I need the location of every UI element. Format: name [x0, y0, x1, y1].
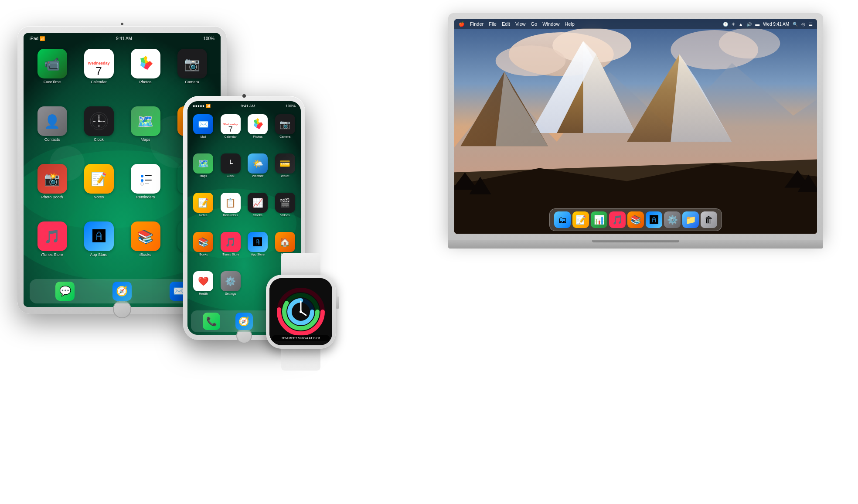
- spotlight-icon[interactable]: 🔍: [793, 22, 798, 27]
- svg-point-35: [98, 120, 100, 122]
- view-menu[interactable]: View: [515, 21, 526, 27]
- iphone-weather-icon: 🌤️: [248, 153, 268, 174]
- scene: 🍎 Finder File Edit View Go Window Help 🕐…: [0, 0, 858, 504]
- ipad-dock-safari[interactable]: 🧭: [112, 282, 132, 301]
- ipad-app-itunes[interactable]: 🎵 iTunes Store: [31, 221, 74, 276]
- iphone-app-settings[interactable]: ⚙️ Settings: [218, 271, 243, 308]
- iphone-app-calendar[interactable]: Wednesday 7 Calendar: [218, 114, 243, 151]
- ipad-app-photobooth[interactable]: 📸 Photo Booth: [31, 164, 74, 218]
- iphone-app-itunes[interactable]: 🎵 iTunes Store: [218, 232, 243, 269]
- file-menu[interactable]: File: [489, 21, 497, 27]
- watch-band-bottom: [281, 349, 320, 371]
- iphone-wallet-label: Wallet: [281, 174, 289, 177]
- ipad-photos-label: Photos: [139, 80, 151, 84]
- ipad-app-maps[interactable]: 🗺️ Maps: [124, 106, 167, 160]
- watch-band-top: [281, 253, 320, 275]
- svg-rect-38: [145, 175, 152, 176]
- iphone-videos-icon: 🎬: [275, 193, 295, 213]
- ipad-itunes-icon: 🎵: [37, 221, 67, 251]
- ipad-photos-icon: [131, 49, 160, 78]
- ipad-reminders-label: Reminders: [136, 195, 155, 199]
- iphone-dock-phone[interactable]: 📞: [203, 313, 220, 330]
- dock-ibooks[interactable]: 📚: [627, 211, 644, 228]
- ipad-calendar-label: Calendar: [91, 80, 107, 84]
- dock-notes[interactable]: 📝: [572, 211, 589, 228]
- time-icon: 🕐: [723, 22, 728, 27]
- iphone-calendar-icon: Wednesday 7: [221, 114, 241, 134]
- siri-icon[interactable]: ◎: [801, 22, 805, 27]
- dock-trash[interactable]: 🗑: [701, 211, 717, 228]
- dock-finder[interactable]: 🗂: [554, 211, 571, 228]
- svg-rect-42: [145, 183, 149, 184]
- iphone-app-photos[interactable]: Photos: [245, 114, 270, 151]
- iphone-photos-icon: [248, 114, 268, 134]
- ipad-reminders-icon: [131, 164, 160, 194]
- help-menu[interactable]: Help: [565, 21, 575, 27]
- iphone-app-reminders[interactable]: 📋 Reminders: [218, 193, 243, 229]
- iphone-app-notes[interactable]: 📝 Notes: [191, 193, 216, 229]
- dock-numbers[interactable]: 📊: [591, 211, 607, 228]
- ipad-app-notes[interactable]: 📝 Notes: [77, 164, 120, 218]
- ipad-app-appstore[interactable]: 🅰 App Store: [77, 221, 120, 276]
- iphone-camera-label: Camera: [279, 135, 290, 138]
- iphone-app-mail[interactable]: ✉️ Mail: [191, 114, 216, 151]
- edit-menu[interactable]: Edit: [502, 21, 510, 27]
- dock-itunes[interactable]: 🎵: [609, 211, 626, 228]
- ipad-app-contacts[interactable]: 👤 Contacts: [31, 106, 74, 160]
- window-menu[interactable]: Window: [542, 21, 559, 27]
- iphone-mail-label: Mail: [201, 135, 206, 138]
- svg-point-39: [141, 179, 143, 182]
- watch-notification: 2PM MEET SURYA AT GYM: [272, 335, 330, 341]
- ipad-notes-label: Notes: [94, 195, 104, 199]
- ipad-ibooks-icon: 📚: [131, 221, 160, 251]
- iphone-stocks-icon: 📈: [248, 193, 268, 213]
- iphone-camera-icon: 📷: [275, 114, 295, 134]
- iphone-app-stocks[interactable]: 📈 Stocks: [245, 193, 270, 229]
- watch-crown[interactable]: [336, 296, 339, 309]
- iphone-app-maps[interactable]: 🗺️ Maps: [191, 153, 216, 190]
- go-menu[interactable]: Go: [531, 21, 538, 27]
- iphone-app-clock[interactable]: Clock: [218, 153, 243, 190]
- apple-menu[interactable]: 🍎: [459, 21, 465, 27]
- finder-menu[interactable]: Finder: [470, 21, 483, 27]
- iphone-dock-safari[interactable]: 🧭: [235, 313, 253, 330]
- iphone-app-camera[interactable]: 📷 Camera: [273, 114, 298, 151]
- ipad-app-clock[interactable]: Clock: [77, 106, 120, 160]
- control-center-icon[interactable]: ☰: [809, 22, 813, 27]
- ipad-app-facetime[interactable]: 📹 FaceTime: [31, 49, 74, 103]
- iphone-health-label: Health: [199, 292, 208, 295]
- ipad-carrier: iPad 📶: [30, 36, 45, 41]
- iphone-appstore-icon: 🅰: [248, 232, 268, 252]
- dock-system-preferences[interactable]: ⚙️: [664, 211, 681, 228]
- ipad-clock-label: Clock: [94, 137, 104, 142]
- iphone-weather-label: Weather: [252, 174, 263, 177]
- watch-face: 2PM MEET SURYA AT GYM: [269, 278, 332, 345]
- iphone-notes-label: Notes: [199, 214, 207, 217]
- dock-folder[interactable]: 📁: [682, 211, 699, 228]
- iphone-app-health[interactable]: ❤️ Health: [191, 271, 216, 308]
- iphone-maps-label: Maps: [200, 174, 207, 177]
- ipad-front-camera: [121, 23, 123, 25]
- svg-rect-40: [145, 180, 152, 180]
- iphone-photos-label: Photos: [253, 135, 262, 138]
- volume-icon: 🔊: [746, 22, 752, 27]
- iphone-clock-label: Clock: [227, 174, 235, 177]
- iphone-app-weather[interactable]: 🌤️ Weather: [245, 153, 270, 190]
- iphone-wallet-icon: 💳: [275, 153, 295, 174]
- watch-screen: 2PM MEET SURYA AT GYM: [269, 278, 332, 345]
- ipad-app-camera[interactable]: 📷 Camera: [170, 49, 214, 103]
- iphone-mail-icon: ✉️: [193, 114, 213, 134]
- ipad-app-reminders[interactable]: Reminders: [124, 164, 167, 218]
- dock-appstore[interactable]: 🅰: [646, 211, 662, 228]
- iphone-notes-icon: 📝: [193, 193, 213, 213]
- menubar-right: 🕐 ✳ ▲ 🔊 ▬ Wed 9:41 AM 🔍 ◎ ☰: [723, 22, 813, 27]
- iphone-app-videos[interactable]: 🎬 Videos: [273, 193, 298, 229]
- ipad-battery: 100%: [203, 36, 214, 41]
- iphone-app-ibooks[interactable]: 📚 iBooks: [191, 232, 216, 269]
- iphone-app-wallet[interactable]: 💳 Wallet: [273, 153, 298, 190]
- ipad-ibooks-label: iBooks: [140, 252, 151, 257]
- ipad-app-calendar[interactable]: Wednesday 7 Calendar: [77, 49, 120, 103]
- ipad-app-photos[interactable]: Photos: [124, 49, 167, 103]
- ipad-dock-messages[interactable]: 💬: [55, 282, 75, 301]
- ipad-app-ibooks[interactable]: 📚 iBooks: [124, 221, 167, 276]
